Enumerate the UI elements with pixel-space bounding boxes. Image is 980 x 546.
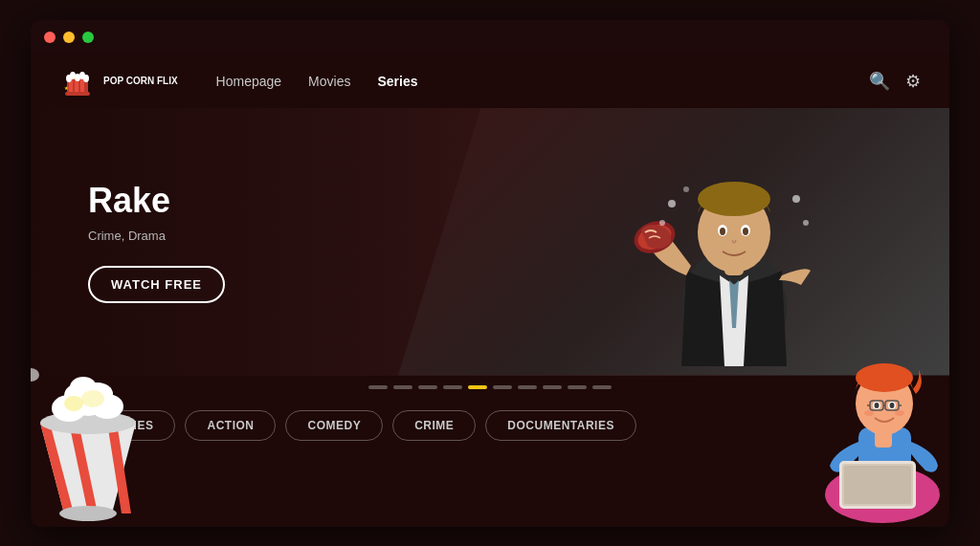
svg-point-14 bbox=[698, 182, 770, 216]
browser-content: ★ POP CORN FLIX Homepage Movies Series 🔍… bbox=[31, 55, 949, 527]
slide-dot-3[interactable] bbox=[418, 385, 437, 389]
character-svg bbox=[815, 294, 949, 523]
close-dot[interactable] bbox=[44, 32, 56, 43]
tab-comedy[interactable]: COMEDY bbox=[285, 410, 383, 441]
settings-icon[interactable]: ⚙ bbox=[905, 71, 921, 92]
svg-point-25 bbox=[683, 186, 689, 192]
slide-dot-9[interactable] bbox=[568, 385, 587, 389]
svg-point-46 bbox=[856, 363, 913, 392]
browser-titlebar bbox=[31, 20, 949, 55]
series-section: SERIES bbox=[31, 452, 949, 482]
search-icon[interactable]: 🔍 bbox=[869, 71, 890, 92]
svg-point-8 bbox=[83, 75, 89, 82]
series-section-title: SERIES bbox=[59, 462, 921, 482]
hero-title: Rake bbox=[88, 181, 225, 221]
slide-dot-7[interactable] bbox=[518, 385, 537, 389]
svg-rect-58 bbox=[875, 430, 892, 448]
svg-point-57 bbox=[895, 410, 904, 416]
svg-point-39 bbox=[59, 506, 117, 521]
svg-point-28 bbox=[31, 368, 39, 382]
logo[interactable]: ★ POP CORN FLIX bbox=[59, 63, 178, 99]
watch-free-button[interactable]: WATCH FREE bbox=[88, 266, 225, 303]
svg-point-38 bbox=[81, 390, 104, 407]
minimize-dot[interactable] bbox=[63, 32, 75, 43]
nav-movies[interactable]: Movies bbox=[308, 74, 350, 89]
slide-dot-5[interactable] bbox=[468, 385, 487, 389]
logo-icon: ★ bbox=[59, 63, 96, 99]
popcorn-decoration bbox=[31, 332, 165, 527]
logo-text: POP CORN FLIX bbox=[103, 76, 178, 87]
svg-point-17 bbox=[720, 228, 725, 235]
hero-content: Rake Crime, Drama WATCH FREE bbox=[88, 181, 225, 303]
tab-crime[interactable]: CRIME bbox=[392, 410, 476, 441]
slide-dot-10[interactable] bbox=[592, 385, 612, 389]
hero-genre: Crime, Drama bbox=[88, 229, 225, 243]
nav-series[interactable]: Series bbox=[377, 74, 417, 89]
character-decoration bbox=[815, 294, 949, 527]
svg-point-23 bbox=[792, 195, 800, 203]
navbar: ★ POP CORN FLIX Homepage Movies Series 🔍… bbox=[31, 55, 949, 108]
svg-point-55 bbox=[890, 403, 895, 408]
nav-actions: 🔍 ⚙ bbox=[869, 71, 921, 92]
browser-window: ★ POP CORN FLIX Homepage Movies Series 🔍… bbox=[31, 20, 949, 527]
nav-links: Homepage Movies Series bbox=[216, 74, 869, 89]
svg-rect-9 bbox=[65, 92, 90, 96]
hero-section: Rake Crime, Drama WATCH FREE bbox=[31, 108, 949, 376]
slide-dot-4[interactable] bbox=[443, 385, 462, 389]
slide-dot-8[interactable] bbox=[543, 385, 562, 389]
slide-dot-6[interactable] bbox=[493, 385, 512, 389]
svg-point-18 bbox=[743, 228, 748, 235]
nav-homepage[interactable]: Homepage bbox=[216, 74, 282, 89]
slide-dot-1[interactable] bbox=[368, 385, 388, 389]
svg-point-22 bbox=[659, 220, 665, 226]
svg-point-54 bbox=[875, 403, 880, 408]
svg-point-24 bbox=[803, 220, 809, 226]
svg-point-21 bbox=[668, 200, 676, 207]
slider-dots bbox=[31, 376, 949, 399]
svg-rect-44 bbox=[844, 466, 911, 504]
tab-action[interactable]: ACTION bbox=[185, 410, 276, 441]
svg-point-56 bbox=[864, 410, 874, 416]
slide-dot-2[interactable] bbox=[393, 385, 412, 389]
genre-tabs: ALL SERIES ACTION COMEDY CRIME DOCUMENTA… bbox=[31, 399, 949, 452]
popcorn-svg bbox=[31, 332, 165, 523]
svg-point-37 bbox=[64, 396, 83, 411]
maximize-dot[interactable] bbox=[82, 32, 94, 43]
tab-documentaries[interactable]: DOCUMENTARIES bbox=[485, 410, 636, 441]
